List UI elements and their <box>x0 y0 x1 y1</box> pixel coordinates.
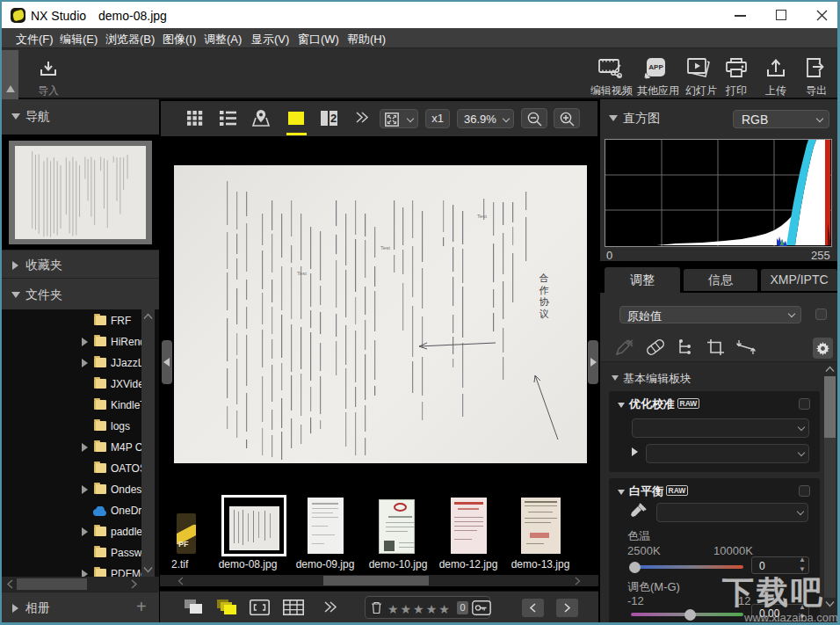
svg-text:APP: APP <box>648 63 663 71</box>
svg-text:Test: Test <box>477 214 487 219</box>
svg-text:Test: Test <box>297 271 307 276</box>
svg-text:Test: Test <box>380 245 390 251</box>
